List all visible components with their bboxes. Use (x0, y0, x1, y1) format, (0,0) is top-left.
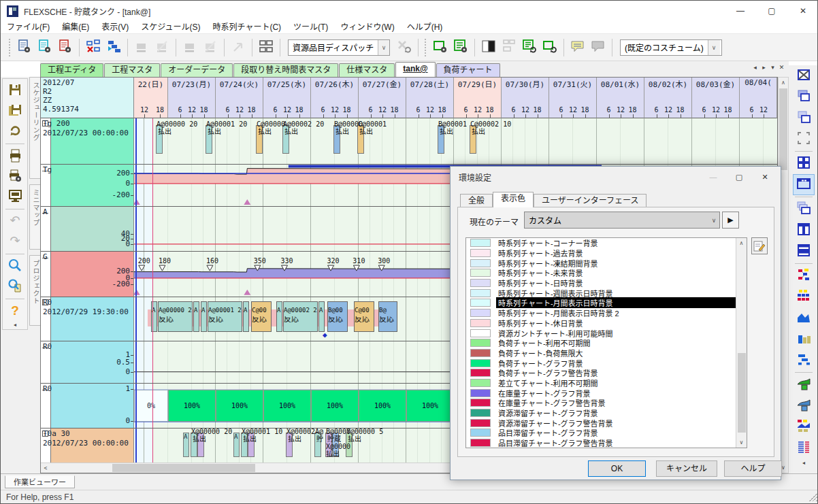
schedule-forward-button[interactable] (132, 38, 151, 57)
costume-select[interactable]: (既定のコスチューム)∨ (620, 39, 722, 56)
operation-bar[interactable]: A (183, 433, 189, 457)
row-g-stock-graph-label[interactable]: G2000-200 (41, 252, 134, 297)
tab-nav-2[interactable]: ▾ (768, 63, 777, 72)
tab-仕様マスタ[interactable]: 仕様マスタ (339, 63, 395, 77)
color-list-item[interactable]: 時系列チャート-日時背景 (466, 278, 747, 288)
timeseries-view-button[interactable] (793, 307, 815, 329)
tab-nav-0[interactable]: ◂ (751, 63, 759, 72)
chevron-down-icon[interactable]: ∨ (708, 40, 720, 55)
tab-負荷チャート[interactable]: 負荷チャート (436, 63, 500, 77)
dispatch-layout-button[interactable] (257, 38, 276, 57)
print-button[interactable] (4, 146, 26, 166)
row-r0-load-graph-2-label[interactable]: R010 (41, 384, 134, 429)
menu-item-3[interactable]: スケジュール(S) (135, 21, 206, 34)
dialog-tab-表示色[interactable]: 表示色 (493, 192, 534, 207)
resource-chart-view-button[interactable] (793, 329, 815, 350)
project-settings-button[interactable] (15, 38, 34, 57)
dispatch-rule-select[interactable]: 資源品目ディスパッチ∨ (288, 39, 390, 56)
color-list-item[interactable]: 在庫量チャート-グラフ背景 (466, 388, 747, 398)
operation-block[interactable]: A@00000 2反応 (158, 301, 193, 332)
color-list-item[interactable]: 時系列チャート-月間表示日時背景 2 (466, 308, 747, 318)
dialog-tab-ユーザーインターフェース[interactable]: ユーザーインターフェース (534, 194, 647, 207)
tile-charts-button[interactable] (500, 38, 519, 57)
split-horizontal-button[interactable] (793, 241, 815, 262)
color-list-item[interactable]: 時系列チャート-月間表示日時背景 (466, 298, 747, 308)
scroll-left-arrow[interactable]: < (41, 463, 50, 473)
help-button[interactable]: ヘルプ (724, 460, 782, 477)
zoom-fit-button[interactable] (4, 277, 26, 297)
color-list-item[interactable]: 時系列チャート-過去背景 (466, 248, 747, 258)
schedule-forward-cancel-button[interactable] (152, 38, 171, 57)
rerun-dispatch-button[interactable] (395, 38, 414, 57)
list-scroll-up[interactable]: ∧ (736, 238, 747, 248)
tile-windows-button[interactable] (793, 153, 815, 174)
ok-button[interactable]: OK (588, 460, 646, 477)
color-list-item[interactable]: 時系列チャート-凍結期間背景 (466, 258, 747, 268)
tab-work-viewer[interactable]: 作業ビューワー (5, 475, 75, 488)
color-list-item[interactable]: 時系列チャート-週間表示日時背景 (466, 288, 747, 298)
show-notes-button[interactable] (568, 38, 587, 57)
color-list-item[interactable]: 品目滞留チャート-グラフ背景 (466, 428, 747, 438)
menu-item-1[interactable]: 編集(E) (56, 21, 95, 34)
color-list-item[interactable]: 負荷チャート-グラフ背景 (466, 358, 747, 368)
color-list-item[interactable]: 差立てチャート-利用不可期間 (466, 378, 747, 388)
menu-item-5[interactable]: ツール(T) (287, 21, 334, 34)
refresh-row-button[interactable] (540, 38, 559, 57)
color-list-scrollbar[interactable]: ∧ ∨ (736, 238, 747, 448)
tab-tank@[interactable]: tank@ (395, 62, 435, 77)
save-button[interactable] (4, 81, 26, 101)
operation-block[interactable]: C@00反応 (251, 301, 272, 332)
sidebar-collapse-arrow[interactable]: ◂ (3, 322, 27, 328)
operation-block[interactable]: B@00反応 (327, 301, 348, 332)
dialog-close-button[interactable]: ✕ (752, 167, 778, 187)
menu-item-0[interactable]: ファイル(F) (1, 21, 56, 34)
print-preview-button[interactable] (4, 187, 26, 207)
row-tg-stock-graph-label[interactable]: Tg2000-200 (41, 165, 134, 207)
color-list-item[interactable]: 時系列チャート-コーナー背景 (466, 238, 747, 248)
color-list-item[interactable]: 時系列チャート-休日背景 (466, 318, 747, 329)
close-all-windows-button[interactable] (793, 65, 815, 86)
operation-block[interactable]: B@反応 (378, 301, 397, 332)
color-list-item[interactable]: 負荷チャート-グラフ警告背景 (466, 368, 747, 378)
help-button[interactable]: ? (4, 301, 26, 321)
load-chart-view-button[interactable] (793, 374, 815, 395)
chevron-down-icon[interactable]: ∨ (378, 40, 389, 55)
zoom-button[interactable] (4, 256, 26, 276)
maximize-layout-button[interactable] (793, 174, 815, 195)
undo-dispatch-button[interactable] (229, 38, 248, 57)
operation-block[interactable]: A@00002 2反応 (283, 301, 318, 332)
tab-段取り替え時間表マスタ[interactable]: 段取り替え時間表マスタ (233, 63, 338, 77)
activate-window-button[interactable] (793, 86, 815, 107)
tab-工程マスタ[interactable]: 工程マスタ (104, 63, 160, 77)
print-setup-button[interactable] (4, 167, 26, 186)
gantt-view-button[interactable] (793, 350, 815, 371)
theme-apply-button[interactable]: ▶ (722, 212, 739, 229)
theme-select[interactable]: カスタム ∨ (524, 212, 720, 229)
resize-grip[interactable] (809, 493, 817, 501)
row-tg200-operations-label[interactable]: −Tg 200 2012/07/23 00:00:00 (41, 118, 134, 165)
row-t0a-operations-label[interactable]: −T0a 30 2012/07/23 00:00:00 (41, 429, 134, 464)
minimize-button[interactable]: — (725, 1, 756, 21)
color-list-item[interactable]: 在庫量チャート-グラフ警告背景 (466, 398, 747, 408)
operation-block[interactable]: A (193, 301, 199, 332)
run-dispatch-button[interactable] (104, 38, 123, 57)
color-list-item[interactable]: 品目滞留チャート-グラフ警告背景 (466, 438, 747, 448)
cascade-windows-button[interactable] (793, 107, 815, 129)
list-scroll-down[interactable]: ∨ (736, 437, 747, 448)
split-vertical-button[interactable] (793, 220, 815, 241)
tab-nav-1[interactable]: ▸ (759, 63, 768, 72)
operation-bar[interactable]: A (233, 433, 240, 457)
operation-block[interactable]: A@00001 2反応 (208, 301, 242, 332)
stock-chart-view-button[interactable] (793, 416, 815, 437)
operation-block[interactable]: A (276, 301, 282, 332)
frame-select-button[interactable] (793, 129, 815, 150)
menu-item-7[interactable]: ヘルプ(H) (401, 21, 449, 34)
undo-button[interactable]: ↶ (4, 212, 26, 231)
tab-オーダーデータ[interactable]: オーダーデータ (161, 63, 233, 77)
tab-nav-3[interactable]: ✕ (777, 63, 786, 72)
color-list-item[interactable]: 時系列チャート-未来背景 (466, 268, 747, 278)
clear-schedule-button[interactable] (84, 38, 103, 57)
menu-item-4[interactable]: 時系列チャート(C) (207, 21, 288, 34)
chevron-down-icon[interactable]: ∨ (708, 217, 719, 224)
order-list-view-button[interactable] (793, 437, 815, 458)
